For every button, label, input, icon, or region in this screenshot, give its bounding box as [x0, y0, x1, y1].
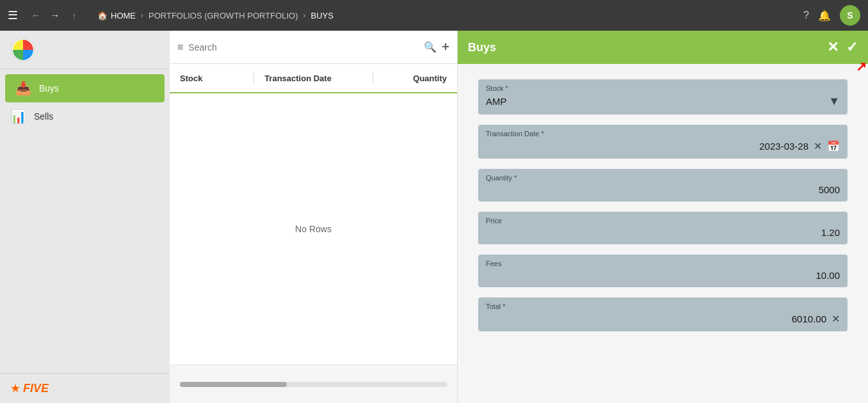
stock-label: Stock * [486, 84, 840, 92]
red-arrow-indicator: ↗ [856, 59, 867, 74]
breadcrumb: 🏠 HOME › PORTFOLIOS (GROWTH PORTFOLIO) ›… [97, 11, 803, 20]
buys-icon: 📥 [15, 81, 31, 96]
form-panel: Buys ✕ ✓ ↗ Stock * AMP ▼ [458, 31, 868, 403]
price-value[interactable]: 1.20 [486, 227, 840, 238]
col-header-date: Transaction Date [259, 74, 367, 83]
bell-icon[interactable]: 🔔 [818, 10, 831, 22]
sidebar-sells-label: Sells [34, 111, 53, 122]
fees-label: Fees [486, 260, 840, 267]
add-button[interactable]: + [442, 40, 449, 54]
fees-value[interactable]: 10.00 [486, 270, 840, 281]
date-clear-icon[interactable]: ✕ [814, 140, 822, 152]
search-input[interactable] [188, 42, 419, 52]
quantity-field: Quantity * 5000 [478, 169, 848, 201]
form-header: Buys ✕ ✓ ↗ [458, 31, 868, 64]
user-avatar[interactable]: S [840, 5, 860, 26]
form-body: Stock * AMP ▼ Transaction Date * 2023-03… [458, 64, 868, 347]
stock-field: Stock * AMP ▼ [478, 79, 848, 115]
bc-sep-1: › [141, 11, 143, 20]
no-rows-message: No Rows [170, 93, 457, 365]
quantity-label: Quantity * [486, 174, 840, 182]
app-logo-icon [10, 37, 36, 63]
col-separator-1 [253, 72, 254, 84]
back-arrow[interactable]: ← [28, 8, 44, 23]
sidebar-logo [0, 31, 170, 69]
help-icon[interactable]: ? [803, 10, 809, 21]
forward-arrow[interactable]: → [47, 8, 63, 23]
form-title: Buys [468, 41, 827, 54]
col-separator-2 [373, 72, 373, 84]
content-area: ≡ 🔍 + Stock Transaction Date Quantity No… [170, 31, 868, 403]
price-label: Price [486, 217, 840, 225]
search-icon[interactable]: 🔍 [424, 41, 437, 53]
transaction-date-field: Transaction Date * 2023-03-28 ✕ 📅 [478, 125, 848, 159]
main-layout: 📥 Buys 📊 Sells ★ FIVE ≡ 🔍 + [0, 31, 868, 403]
hamburger-menu[interactable]: ☰ [8, 8, 18, 22]
col-header-qty: Quantity [378, 74, 447, 83]
bc-sep-2: › [303, 11, 306, 20]
nav-arrows: ← → ↑ [28, 8, 92, 23]
breadcrumb-buys: BUYS [311, 11, 334, 20]
sidebar: 📥 Buys 📊 Sells ★ FIVE [0, 31, 170, 403]
scrollbar-area [170, 365, 457, 403]
filter-icon[interactable]: ≡ [177, 42, 183, 53]
stock-dropdown-icon[interactable]: ▼ [828, 95, 840, 108]
breadcrumb-portfolios[interactable]: PORTFOLIOS (GROWTH PORTFOLIO) [149, 11, 298, 20]
sidebar-buys-label: Buys [39, 83, 59, 93]
total-clear-icon[interactable]: ✕ [832, 313, 840, 325]
transaction-date-value: 2023-03-28 [759, 141, 808, 152]
sidebar-item-buys[interactable]: 📥 Buys [5, 74, 165, 102]
scroll-thumb[interactable] [180, 382, 287, 387]
top-navigation: ☰ ← → ↑ 🏠 HOME › PORTFOLIOS (GROWTH PORT… [0, 0, 868, 31]
date-field-row: 2023-03-28 ✕ 📅 [486, 140, 840, 152]
form-save-button[interactable]: ✓ [846, 39, 858, 56]
sidebar-nav: 📥 Buys 📊 Sells [0, 69, 170, 136]
five-brand: ★ FIVE [10, 381, 159, 395]
sidebar-footer: ★ FIVE [0, 373, 170, 403]
transaction-date-label: Transaction Date * [486, 130, 840, 138]
col-header-stock: Stock [180, 74, 248, 83]
form-close-button[interactable]: ✕ [827, 39, 839, 56]
stock-select-wrapper: AMP ▼ [486, 95, 840, 108]
search-bar: ≡ 🔍 + [170, 31, 457, 64]
total-label: Total * [486, 303, 840, 310]
nav-right-icons: ? 🔔 S [803, 5, 860, 26]
list-panel: ≡ 🔍 + Stock Transaction Date Quantity No… [170, 31, 458, 403]
sidebar-item-sells[interactable]: 📊 Sells [0, 102, 170, 130]
total-field-row: 6010.00 ✕ [486, 313, 840, 325]
sells-icon: 📊 [10, 109, 26, 124]
quantity-value[interactable]: 5000 [486, 184, 840, 195]
date-calendar-icon[interactable]: 📅 [827, 140, 840, 152]
table-header: Stock Transaction Date Quantity [170, 64, 457, 93]
up-arrow[interactable]: ↑ [67, 8, 82, 23]
fees-field: Fees 10.00 [478, 255, 848, 287]
price-field: Price 1.20 [478, 212, 848, 244]
total-field: Total * 6010.00 ✕ [478, 297, 848, 331]
breadcrumb-home[interactable]: 🏠 HOME [97, 11, 136, 20]
five-star-icon: ★ [10, 381, 20, 395]
scroll-track[interactable] [180, 382, 447, 387]
stock-value: AMP [486, 96, 507, 107]
total-value: 6010.00 [792, 313, 826, 324]
five-brand-text: FIVE [23, 382, 49, 395]
